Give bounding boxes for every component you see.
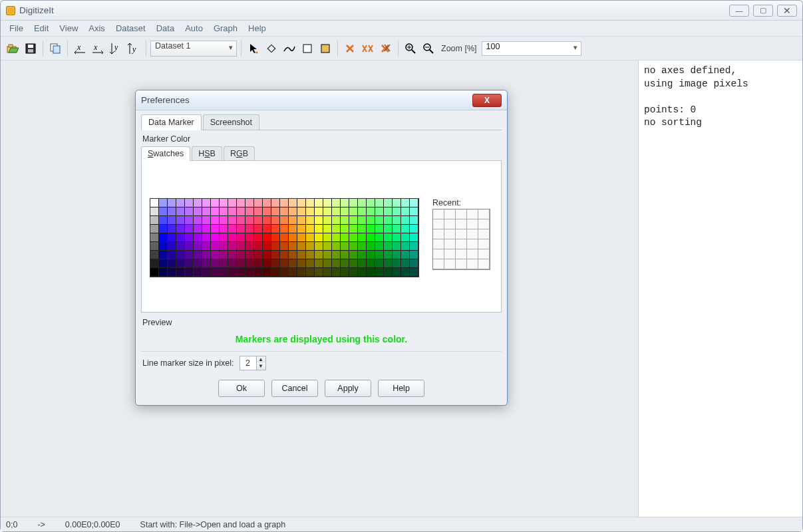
svg-rect-14 xyxy=(303,45,311,53)
spinner-down-icon[interactable]: ▼ xyxy=(257,363,265,370)
zoom-out-icon[interactable] xyxy=(420,41,436,57)
svg-text:x: x xyxy=(77,43,81,52)
dialog-close-button[interactable]: X xyxy=(472,94,502,107)
svg-rect-1 xyxy=(9,45,13,47)
color-palette[interactable] xyxy=(150,198,419,277)
status-arrow: -> xyxy=(37,520,45,529)
zoom-input[interactable]: 100 xyxy=(482,41,581,56)
delete-all-icon[interactable] xyxy=(378,41,394,57)
menu-edit[interactable]: Edit xyxy=(29,22,53,35)
menu-dataset[interactable]: Dataset xyxy=(111,22,150,35)
delete-dataset-icon[interactable] xyxy=(360,41,376,57)
titlebar: DigitizeIt — ▢ ✕ xyxy=(1,1,802,21)
info-line: no axes defined, xyxy=(644,65,736,76)
menu-view[interactable]: View xyxy=(55,22,82,35)
apply-button[interactable]: Apply xyxy=(325,380,371,397)
svg-text:y: y xyxy=(114,43,118,52)
toolbar-separator xyxy=(43,41,43,57)
svg-rect-15 xyxy=(321,45,329,53)
delete-point-icon[interactable] xyxy=(342,41,358,57)
tab-hsb[interactable]: HSB xyxy=(192,146,222,160)
status-hint: Start with: File->Open and load a graph xyxy=(140,520,286,529)
recent-colors: Recent: xyxy=(432,198,490,270)
menu-axis[interactable]: Axis xyxy=(84,22,110,35)
info-line: no sorting xyxy=(644,117,702,128)
x-axis-right-icon[interactable]: x xyxy=(90,41,106,57)
info-line: points: 0 xyxy=(644,104,696,115)
open-icon[interactable] xyxy=(5,41,21,57)
toolbar-separator xyxy=(398,41,399,57)
svg-rect-5 xyxy=(28,49,33,53)
save-icon[interactable] xyxy=(23,41,39,57)
app-title: DigitizeIt xyxy=(19,5,54,15)
dataset-select[interactable]: Dataset 1 xyxy=(150,41,237,57)
rect-tool-icon[interactable] xyxy=(299,41,315,57)
svg-rect-4 xyxy=(28,45,33,48)
toolbar-separator xyxy=(241,41,241,57)
tab-screenshot[interactable]: Screenshot xyxy=(203,114,259,130)
tab-swatches-label: watches xyxy=(153,149,184,158)
maximize-button[interactable]: ▢ xyxy=(753,5,773,17)
zoom-in-icon[interactable] xyxy=(402,41,418,57)
ok-button[interactable]: Ok xyxy=(218,380,265,397)
y-axis-up-icon[interactable]: y xyxy=(126,41,142,57)
menu-file[interactable]: File xyxy=(5,22,28,35)
status-data-coords: 0.00E0;0.00E0 xyxy=(65,520,120,529)
y-axis-down-icon[interactable]: y xyxy=(108,41,124,57)
menubar: File Edit View Axis Dataset Data Auto Gr… xyxy=(1,21,802,37)
pref-tabs: Data Marker Screenshot xyxy=(141,114,502,130)
swatch-panel: Recent: xyxy=(141,161,502,313)
recent-label: Recent: xyxy=(432,198,490,207)
svg-point-12 xyxy=(256,51,258,53)
status-pixel-coords: 0;0 xyxy=(6,520,17,529)
pointer-icon[interactable] xyxy=(245,41,261,57)
line-marker-size-spinner[interactable]: 2 ▲▼ xyxy=(240,356,266,370)
minimize-button[interactable]: — xyxy=(729,5,749,17)
dialog-buttons: Ok Cancel Apply Help xyxy=(141,377,502,398)
close-button[interactable]: ✕ xyxy=(777,5,797,17)
menu-auto[interactable]: Auto xyxy=(180,22,208,35)
svg-text:y: y xyxy=(132,45,136,54)
copy-icon[interactable] xyxy=(47,41,63,57)
filled-rect-icon[interactable] xyxy=(317,41,333,57)
zoom-label: Zoom [%] xyxy=(441,44,477,53)
spinner-up-icon[interactable]: ▲ xyxy=(257,356,265,363)
x-axis-left-icon[interactable]: x xyxy=(72,41,88,57)
tab-swatches[interactable]: Swatches xyxy=(141,146,190,161)
dialog-titlebar[interactable]: Preferences X xyxy=(136,90,507,110)
info-line: using image pixels xyxy=(644,78,748,89)
preview-text: Markers are displayed using this color. xyxy=(141,330,502,351)
toolbar-separator xyxy=(146,41,146,57)
marker-color-label: Marker Color xyxy=(142,134,502,144)
statusbar: 0;0 -> 0.00E0;0.00E0 Start with: File->O… xyxy=(1,517,802,531)
window-controls: — ▢ ✕ xyxy=(729,5,797,17)
svg-rect-13 xyxy=(267,45,275,52)
color-tabs: Swatches HSB RGB xyxy=(141,146,502,161)
info-panel: no axes defined, using image pixels poin… xyxy=(638,61,802,517)
menu-help[interactable]: Help xyxy=(243,22,271,35)
line-marker-size-row: Line marker size in pixel: 2 ▲▼ xyxy=(141,351,502,377)
menu-graph[interactable]: Graph xyxy=(209,22,242,35)
recent-grid[interactable] xyxy=(432,209,490,270)
tab-data-marker[interactable]: Data Marker xyxy=(141,114,202,130)
spinner-arrows[interactable]: ▲▼ xyxy=(256,356,265,370)
diamond-icon[interactable] xyxy=(263,41,279,57)
toolbar: x x y y Dataset 1 Zoom [%] 100 xyxy=(1,37,802,61)
cancel-button[interactable]: Cancel xyxy=(271,380,318,397)
preview-label: Preview xyxy=(142,318,502,327)
help-button[interactable]: Help xyxy=(378,380,424,397)
line-tool-icon[interactable] xyxy=(281,41,297,57)
line-marker-size-label: Line marker size in pixel: xyxy=(142,358,234,368)
dialog-title: Preferences xyxy=(141,95,190,105)
dialog-body: Data Marker Screenshot Marker Color Swat… xyxy=(136,110,507,405)
preferences-dialog: Preferences X Data Marker Screenshot Mar… xyxy=(135,90,508,406)
svg-text:x: x xyxy=(93,43,98,52)
menu-data[interactable]: Data xyxy=(152,22,179,35)
tab-rgb[interactable]: RGB xyxy=(224,146,255,160)
line-marker-size-value: 2 xyxy=(240,358,256,368)
svg-marker-2 xyxy=(9,48,19,53)
toolbar-separator xyxy=(337,41,338,57)
toolbar-separator xyxy=(67,41,68,57)
app-icon xyxy=(6,6,15,15)
svg-rect-7 xyxy=(53,46,60,53)
